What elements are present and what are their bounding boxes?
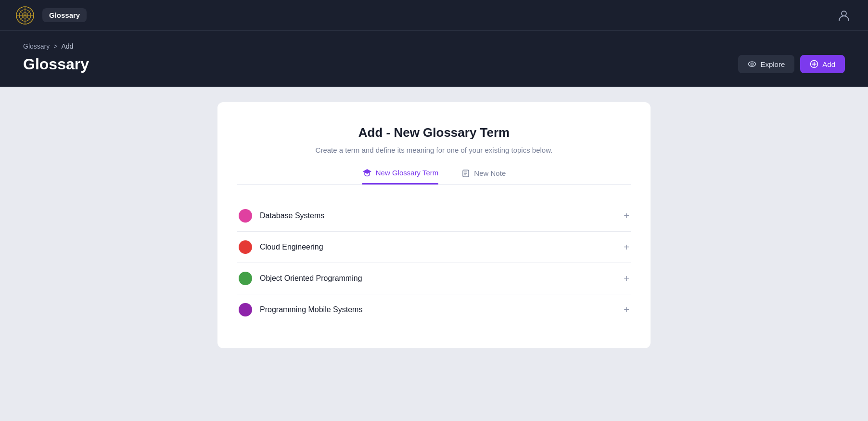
graduation-icon bbox=[362, 168, 372, 177]
topic-item[interactable]: Database Systems + bbox=[237, 200, 631, 232]
topic-left-0: Database Systems bbox=[239, 209, 324, 223]
plus-circle-icon bbox=[810, 60, 818, 68]
topic-name-3: Programming Mobile Systems bbox=[260, 305, 362, 314]
topic-dot-2 bbox=[239, 272, 252, 285]
explore-button[interactable]: Explore bbox=[738, 55, 794, 73]
main-content: Add - New Glossary Term Create a term an… bbox=[0, 87, 868, 421]
topic-item[interactable]: Programming Mobile Systems + bbox=[237, 294, 631, 325]
note-icon bbox=[461, 169, 470, 178]
topic-left-2: Object Oriented Programming bbox=[239, 272, 362, 285]
topic-list: Database Systems + Cloud Engineering + O… bbox=[237, 200, 631, 325]
nav-glossary-label[interactable]: Glossary bbox=[42, 8, 87, 22]
tab-new-note[interactable]: New Note bbox=[461, 169, 506, 184]
breadcrumb-separator: > bbox=[53, 42, 57, 50]
topic-add-0[interactable]: + bbox=[624, 210, 629, 222]
topic-name-2: Object Oriented Programming bbox=[260, 274, 362, 283]
svg-point-8 bbox=[749, 62, 756, 66]
add-label: Add bbox=[822, 60, 835, 68]
svg-point-7 bbox=[842, 11, 846, 16]
topic-left-3: Programming Mobile Systems bbox=[239, 303, 362, 316]
topic-dot-1 bbox=[239, 240, 252, 254]
tabs-row: New Glossary Term New Note bbox=[237, 168, 631, 185]
tab-new-note-label: New Note bbox=[474, 169, 506, 177]
topic-add-1[interactable]: + bbox=[624, 242, 629, 253]
breadcrumb: Glossary > Add bbox=[23, 42, 845, 50]
card-subtitle: Create a term and define its meaning for… bbox=[237, 146, 631, 154]
topic-add-3[interactable]: + bbox=[624, 304, 629, 316]
card-title: Add - New Glossary Term bbox=[237, 125, 631, 140]
navbar: Glossary bbox=[0, 0, 868, 31]
content-card: Add - New Glossary Term Create a term an… bbox=[217, 102, 651, 348]
explore-label: Explore bbox=[760, 60, 785, 68]
topic-add-2[interactable]: + bbox=[624, 273, 629, 284]
page-header: Glossary > Add Glossary Explore Add bbox=[0, 31, 868, 87]
topic-dot-3 bbox=[239, 303, 252, 316]
page-title: Glossary bbox=[23, 55, 89, 73]
topic-item[interactable]: Cloud Engineering + bbox=[237, 232, 631, 263]
breadcrumb-root[interactable]: Glossary bbox=[23, 42, 50, 50]
topic-dot-0 bbox=[239, 209, 252, 223]
tab-new-glossary-term-label: New Glossary Term bbox=[376, 169, 439, 177]
logo-icon bbox=[15, 6, 35, 25]
topic-name-0: Database Systems bbox=[260, 211, 324, 220]
topic-name-1: Cloud Engineering bbox=[260, 243, 323, 251]
breadcrumb-current: Add bbox=[61, 42, 73, 50]
add-button[interactable]: Add bbox=[800, 55, 845, 73]
svg-point-9 bbox=[751, 63, 753, 66]
topic-item[interactable]: Object Oriented Programming + bbox=[237, 263, 631, 294]
header-actions: Explore Add bbox=[738, 55, 845, 73]
eye-icon bbox=[748, 60, 756, 68]
navbar-left: Glossary bbox=[15, 6, 87, 25]
topic-left-1: Cloud Engineering bbox=[239, 240, 323, 254]
user-avatar-button[interactable] bbox=[835, 7, 853, 24]
page-title-row: Glossary Explore Add bbox=[23, 55, 845, 73]
navbar-right bbox=[835, 7, 853, 24]
tab-new-glossary-term[interactable]: New Glossary Term bbox=[362, 168, 439, 184]
user-icon bbox=[838, 9, 850, 22]
